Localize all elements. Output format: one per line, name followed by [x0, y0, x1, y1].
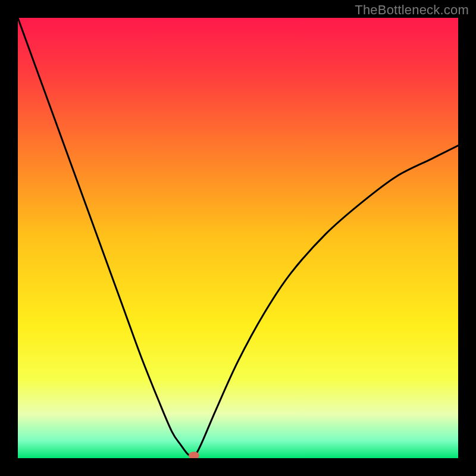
chart-frame: TheBottleneck.com [0, 0, 476, 476]
chart-svg [18, 18, 458, 458]
heat-gradient-background [18, 18, 458, 458]
watermark-text: TheBottleneck.com [355, 2, 469, 18]
plot-area [18, 18, 458, 458]
